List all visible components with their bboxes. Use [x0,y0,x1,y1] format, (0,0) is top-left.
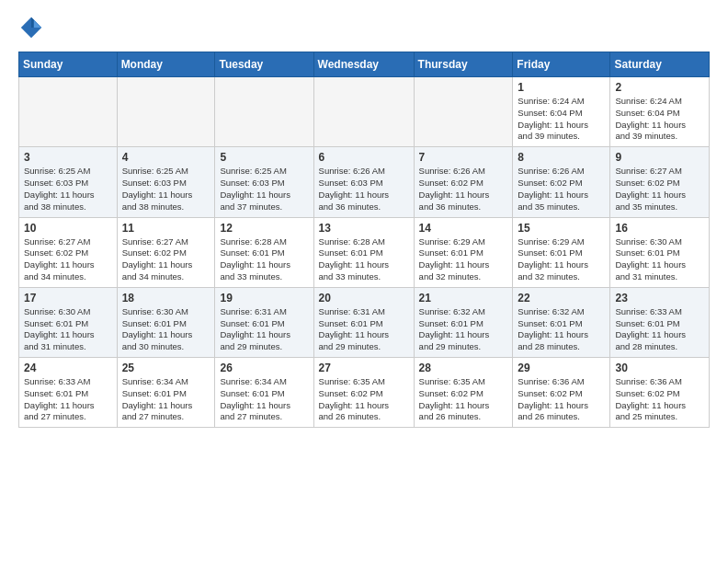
calendar-cell: 8Sunrise: 6:26 AM Sunset: 6:02 PM Daylig… [513,147,610,217]
calendar-cell: 20Sunrise: 6:31 AM Sunset: 6:01 PM Dayli… [313,287,414,357]
day-number: 2 [615,81,704,94]
day-number: 1 [518,81,605,94]
day-number: 8 [518,151,605,164]
week-row-4: 17Sunrise: 6:30 AM Sunset: 6:01 PM Dayli… [19,287,710,357]
day-number: 18 [122,292,210,304]
day-number: 13 [319,222,409,235]
day-info: Sunrise: 6:34 AM Sunset: 6:01 PM Dayligh… [122,376,210,423]
day-number: 11 [122,222,210,235]
day-info: Sunrise: 6:29 AM Sunset: 6:01 PM Dayligh… [518,236,605,283]
day-info: Sunrise: 6:30 AM Sunset: 6:01 PM Dayligh… [122,306,210,353]
week-row-2: 3Sunrise: 6:25 AM Sunset: 6:03 PM Daylig… [19,147,710,217]
day-info: Sunrise: 6:26 AM Sunset: 6:03 PM Dayligh… [319,166,409,213]
day-info: Sunrise: 6:36 AM Sunset: 6:02 PM Dayligh… [518,376,605,423]
day-number: 25 [122,362,210,374]
day-number: 12 [220,222,308,235]
calendar-cell: 15Sunrise: 6:29 AM Sunset: 6:01 PM Dayli… [513,217,610,287]
day-info: Sunrise: 6:31 AM Sunset: 6:01 PM Dayligh… [319,306,409,353]
day-info: Sunrise: 6:25 AM Sunset: 6:03 PM Dayligh… [24,166,112,213]
day-number: 26 [220,362,308,374]
calendar-cell: 23Sunrise: 6:33 AM Sunset: 6:01 PM Dayli… [610,287,710,357]
calendar-cell: 5Sunrise: 6:25 AM Sunset: 6:03 PM Daylig… [215,147,313,217]
weekday-header-tuesday: Tuesday [215,52,313,77]
day-info: Sunrise: 6:36 AM Sunset: 6:02 PM Dayligh… [615,376,704,423]
calendar-cell: 30Sunrise: 6:36 AM Sunset: 6:02 PM Dayli… [610,358,710,428]
calendar-cell: 29Sunrise: 6:36 AM Sunset: 6:02 PM Dayli… [513,358,610,428]
day-info: Sunrise: 6:31 AM Sunset: 6:01 PM Dayligh… [220,306,308,353]
day-number: 17 [24,292,112,304]
calendar: SundayMondayTuesdayWednesdayThursdayFrid… [18,52,710,428]
calendar-cell: 26Sunrise: 6:34 AM Sunset: 6:01 PM Dayli… [215,358,313,428]
day-info: Sunrise: 6:25 AM Sunset: 6:03 PM Dayligh… [220,166,308,213]
calendar-cell: 6Sunrise: 6:26 AM Sunset: 6:03 PM Daylig… [313,147,414,217]
day-info: Sunrise: 6:35 AM Sunset: 6:02 PM Dayligh… [419,376,508,423]
weekday-header-saturday: Saturday [610,52,710,77]
calendar-cell: 19Sunrise: 6:31 AM Sunset: 6:01 PM Dayli… [215,287,313,357]
day-number: 7 [419,151,508,164]
calendar-cell: 9Sunrise: 6:27 AM Sunset: 6:02 PM Daylig… [610,147,710,217]
day-number: 4 [122,151,210,164]
header [18,15,710,40]
day-number: 28 [419,362,508,374]
day-info: Sunrise: 6:24 AM Sunset: 6:04 PM Dayligh… [615,96,704,143]
calendar-cell [215,77,313,147]
day-number: 10 [24,222,112,235]
calendar-cell: 13Sunrise: 6:28 AM Sunset: 6:01 PM Dayli… [313,217,414,287]
day-info: Sunrise: 6:26 AM Sunset: 6:02 PM Dayligh… [419,166,508,213]
svg-marker-2 [34,20,41,28]
day-info: Sunrise: 6:35 AM Sunset: 6:02 PM Dayligh… [319,376,409,423]
day-number: 3 [24,151,112,164]
day-info: Sunrise: 6:25 AM Sunset: 6:03 PM Dayligh… [122,166,210,213]
week-row-1: 1Sunrise: 6:24 AM Sunset: 6:04 PM Daylig… [19,77,710,147]
day-number: 30 [615,362,704,374]
day-number: 21 [419,292,508,304]
day-info: Sunrise: 6:32 AM Sunset: 6:01 PM Dayligh… [419,306,508,353]
day-number: 16 [615,222,704,235]
weekday-header-monday: Monday [117,52,215,77]
calendar-cell: 24Sunrise: 6:33 AM Sunset: 6:01 PM Dayli… [19,358,118,428]
calendar-cell: 21Sunrise: 6:32 AM Sunset: 6:01 PM Dayli… [414,287,513,357]
day-info: Sunrise: 6:28 AM Sunset: 6:01 PM Dayligh… [319,236,409,283]
logo [18,15,48,40]
day-info: Sunrise: 6:33 AM Sunset: 6:01 PM Dayligh… [615,306,704,353]
day-info: Sunrise: 6:34 AM Sunset: 6:01 PM Dayligh… [220,376,308,423]
day-number: 14 [419,222,508,235]
day-number: 9 [615,151,704,164]
logo-icon [18,15,44,40]
week-row-3: 10Sunrise: 6:27 AM Sunset: 6:02 PM Dayli… [19,217,710,287]
calendar-cell [313,77,414,147]
calendar-cell: 4Sunrise: 6:25 AM Sunset: 6:03 PM Daylig… [117,147,215,217]
calendar-cell: 3Sunrise: 6:25 AM Sunset: 6:03 PM Daylig… [19,147,118,217]
calendar-cell: 1Sunrise: 6:24 AM Sunset: 6:04 PM Daylig… [513,77,610,147]
calendar-cell: 11Sunrise: 6:27 AM Sunset: 6:02 PM Dayli… [117,217,215,287]
calendar-cell [414,77,513,147]
calendar-cell [117,77,215,147]
calendar-cell: 17Sunrise: 6:30 AM Sunset: 6:01 PM Dayli… [19,287,118,357]
day-number: 29 [518,362,605,374]
calendar-cell: 12Sunrise: 6:28 AM Sunset: 6:01 PM Dayli… [215,217,313,287]
calendar-cell: 22Sunrise: 6:32 AM Sunset: 6:01 PM Dayli… [513,287,610,357]
calendar-cell: 2Sunrise: 6:24 AM Sunset: 6:04 PM Daylig… [610,77,710,147]
day-number: 5 [220,151,308,164]
weekday-header-sunday: Sunday [19,52,118,77]
weekday-header-friday: Friday [513,52,610,77]
calendar-cell: 10Sunrise: 6:27 AM Sunset: 6:02 PM Dayli… [19,217,118,287]
week-row-5: 24Sunrise: 6:33 AM Sunset: 6:01 PM Dayli… [19,358,710,428]
day-info: Sunrise: 6:27 AM Sunset: 6:02 PM Dayligh… [24,236,112,283]
calendar-cell: 18Sunrise: 6:30 AM Sunset: 6:01 PM Dayli… [117,287,215,357]
calendar-cell: 28Sunrise: 6:35 AM Sunset: 6:02 PM Dayli… [414,358,513,428]
day-info: Sunrise: 6:27 AM Sunset: 6:02 PM Dayligh… [122,236,210,283]
day-info: Sunrise: 6:27 AM Sunset: 6:02 PM Dayligh… [615,166,704,213]
day-number: 22 [518,292,605,304]
calendar-cell: 7Sunrise: 6:26 AM Sunset: 6:02 PM Daylig… [414,147,513,217]
weekday-header-row: SundayMondayTuesdayWednesdayThursdayFrid… [19,52,710,77]
day-number: 23 [615,292,704,304]
day-info: Sunrise: 6:24 AM Sunset: 6:04 PM Dayligh… [518,96,605,143]
page-container: SundayMondayTuesdayWednesdayThursdayFrid… [0,0,728,437]
day-number: 24 [24,362,112,374]
day-info: Sunrise: 6:26 AM Sunset: 6:02 PM Dayligh… [518,166,605,213]
day-info: Sunrise: 6:29 AM Sunset: 6:01 PM Dayligh… [419,236,508,283]
calendar-cell [19,77,118,147]
day-info: Sunrise: 6:32 AM Sunset: 6:01 PM Dayligh… [518,306,605,353]
day-number: 6 [319,151,409,164]
